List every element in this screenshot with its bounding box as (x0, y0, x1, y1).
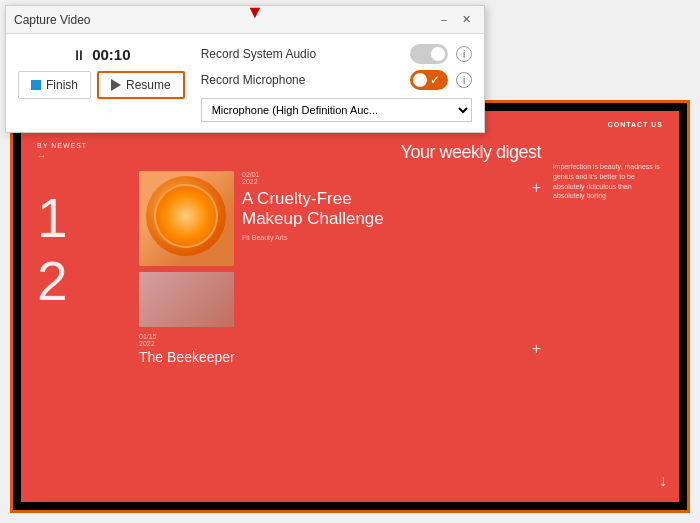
article-2-plus-icon: + (532, 340, 541, 358)
article-2-row: 01/152022 The Beekeeper + (139, 333, 541, 365)
pause-icon: ⏸ (72, 47, 86, 63)
button-row: Finish Resume (18, 71, 185, 99)
site-right-column: imperfection is beauty, madness is geniu… (553, 142, 663, 497)
left-panel: ⏸ 00:10 Finish Resume (18, 44, 185, 99)
scroll-down-icon: ↓ (659, 472, 667, 490)
window-title: Capture Video (14, 13, 91, 27)
microphone-thumb (413, 73, 427, 87)
article-number-2: 2 (37, 254, 127, 309)
finish-button[interactable]: Finish (18, 71, 91, 99)
article-1-grid: 02/012022 A Cruelty-FreeMakeup Challenge… (139, 171, 541, 327)
website-preview: AVST Shop ↓ About ❋ CONTACT US BY NEWEST… (21, 111, 679, 502)
microphone-toggle[interactable]: ✓ (410, 70, 448, 90)
microphone-row: Record Microphone ✓ i (201, 70, 472, 90)
article-number-1: 1 (37, 191, 127, 246)
microphone-track: ✓ (410, 70, 448, 90)
microphone-check-icon: ✓ (430, 73, 439, 87)
screen-capture-area: AVST Shop ↓ About ❋ CONTACT US BY NEWEST… (10, 100, 690, 513)
article-1-plus-icon: + (532, 179, 541, 197)
play-icon (111, 79, 121, 91)
close-button[interactable]: ✕ (456, 11, 476, 29)
article-2-image (139, 272, 234, 327)
resume-label: Resume (126, 78, 171, 92)
article-2-meta: 01/152022 (139, 333, 524, 347)
system-audio-track (410, 44, 448, 64)
by-newest-label: BY NEWEST (37, 142, 127, 149)
nav-contact: CONTACT US (608, 121, 663, 128)
timer-row: ⏸ 00:10 (72, 46, 130, 63)
site-sidebar-left: BY NEWEST → 1 2 (37, 142, 127, 497)
microphone-info-icon[interactable]: i (456, 72, 472, 88)
system-audio-toggle[interactable] (410, 44, 448, 64)
article-2-title: The Beekeeper (139, 349, 524, 365)
article-1-meta: 02/012022 (242, 171, 524, 185)
audio-controls-panel: Record System Audio i Record Microphone … (201, 44, 472, 122)
system-audio-row: Record System Audio i (201, 44, 472, 64)
article-1-author: Fit Beauty Arts (242, 234, 524, 241)
window-body: ⏸ 00:10 Finish Resume Record System Audi… (6, 34, 484, 132)
arrow-right-icon: → (37, 151, 127, 161)
title-bar: Capture Video − ✕ (6, 6, 484, 34)
grapefruit-image (146, 176, 226, 256)
finish-label: Finish (46, 78, 78, 92)
microphone-label: Record Microphone (201, 73, 402, 87)
site-content: BY NEWEST → 1 2 Your weekly digest (21, 138, 679, 497)
system-audio-info-icon[interactable]: i (456, 46, 472, 62)
article-1-title: A Cruelty-FreeMakeup Challenge (242, 189, 524, 230)
timer-display: 00:10 (92, 46, 130, 63)
window-controls: − ✕ (434, 11, 476, 29)
microphone-select[interactable]: Microphone (High Definition Auc... (201, 98, 472, 122)
minimize-button[interactable]: − (434, 11, 454, 29)
microphone-dropdown-row: Microphone (High Definition Auc... (201, 98, 472, 122)
article-1-text: 02/012022 A Cruelty-FreeMakeup Challenge… (242, 171, 524, 241)
system-audio-label: Record System Audio (201, 47, 402, 61)
resume-button[interactable]: Resume (97, 71, 185, 99)
article-1-image (139, 171, 234, 266)
site-main-content: Your weekly digest 02/012022 A Cruelty-F… (139, 142, 541, 497)
weekly-digest-heading: Your weekly digest (139, 142, 541, 163)
capture-video-window: Capture Video − ✕ ⏸ 00:10 Finish Resume (5, 5, 485, 133)
site-quote-text: imperfection is beauty, madness is geniu… (553, 163, 660, 199)
arrow-down-indicator: ▼ (246, 3, 264, 21)
system-audio-thumb (431, 47, 445, 61)
finish-square-icon (31, 80, 41, 90)
